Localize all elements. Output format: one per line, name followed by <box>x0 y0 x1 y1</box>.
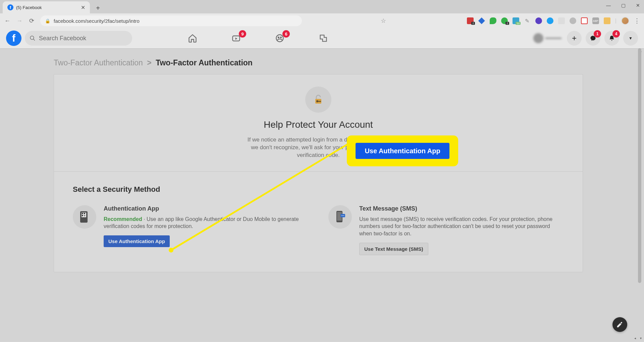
ext-mcafee-icon[interactable] <box>581 17 588 24</box>
use-text-message-button[interactable]: Use Text Message (SMS) <box>359 243 428 255</box>
svg-point-18 <box>341 215 342 216</box>
lock-circle <box>305 87 331 113</box>
use-authentication-app-button[interactable]: Use Authentication App <box>104 235 170 247</box>
method-sms: Text Message (SMS) Use text message (SMS… <box>328 205 564 255</box>
twofactor-panel: Help Protect Your Account If we notice a… <box>54 74 583 272</box>
back-icon[interactable]: ← <box>4 17 11 24</box>
browser-chrome: f (5) Facebook ✕ + — ▢ ✕ ← → ⟳ 🔒 faceboo… <box>0 0 644 28</box>
method-app-desc: Recommended · Use an app like Google Aut… <box>104 216 308 230</box>
browser-tab[interactable]: f (5) Facebook ✕ <box>3 1 90 13</box>
minimize-icon[interactable]: — <box>605 3 612 8</box>
ext-circle-icon[interactable] <box>547 17 553 24</box>
scrollbar-down-icon[interactable]: ▾ <box>640 336 642 340</box>
facebook-logo-icon[interactable]: f <box>6 31 21 46</box>
viewport: f Search Facebook 9 6 ——— <box>0 28 644 342</box>
svg-point-20 <box>343 215 344 216</box>
lock-key-icon <box>312 93 325 106</box>
nav-home[interactable] <box>172 30 213 47</box>
panel-hero: Help Protect Your Account If we notice a… <box>54 74 583 172</box>
home-icon <box>188 34 197 43</box>
nav-watch[interactable]: 9 <box>216 30 256 47</box>
breadcrumb-parent[interactable]: Two-Factor Authentication <box>54 58 143 67</box>
maximize-icon[interactable]: ▢ <box>620 3 627 8</box>
watch-badge: 9 <box>239 30 246 38</box>
ext-grammarly-icon[interactable]: 2 <box>501 17 508 24</box>
ext-evernote-icon[interactable] <box>490 17 496 24</box>
notifications-button[interactable]: 4 <box>604 31 619 46</box>
ext-todoist-icon[interactable]: 1d <box>513 17 519 24</box>
ext-dot-icon[interactable] <box>570 17 576 24</box>
callout-highlight: Use Authentication App <box>349 137 456 164</box>
breadcrumb-current: Two-Factor Authentication <box>156 58 253 67</box>
reload-icon[interactable]: ⟳ <box>28 17 35 24</box>
ext-clipboard-icon[interactable] <box>604 17 610 24</box>
scrollbar-vertical[interactable] <box>638 48 641 283</box>
hero-title: Help Protect Your Account <box>67 119 569 130</box>
svg-rect-12 <box>84 213 85 214</box>
ext-pen-icon[interactable]: ✎ <box>524 17 531 24</box>
close-icon[interactable]: ✕ <box>81 4 85 11</box>
lock-icon: 🔒 <box>45 18 50 23</box>
ext-box-icon[interactable] <box>558 17 565 24</box>
url-text: facebook.com/security/2fac/setup/intro <box>54 18 140 24</box>
browser-menu-icon[interactable]: ⋮ <box>634 17 640 24</box>
plus-icon: + <box>572 34 577 43</box>
method-app-title: Authentication App <box>104 205 308 212</box>
extension-icons: 2 2 1d ✎ ABP | ⋮ <box>467 17 640 25</box>
forward-icon: → <box>16 17 23 24</box>
bookmark-star-icon[interactable]: ☆ <box>381 17 386 24</box>
tab-bar: f (5) Facebook ✕ + — ▢ ✕ <box>0 0 644 13</box>
svg-point-5 <box>280 37 282 38</box>
gaming-icon <box>319 34 328 43</box>
close-window-icon[interactable]: ✕ <box>635 3 641 8</box>
address-bar[interactable]: 🔒 facebook.com/security/2fac/setup/intro <box>40 15 302 26</box>
nav-gaming[interactable] <box>303 30 343 47</box>
svg-rect-11 <box>82 213 83 214</box>
avatar-icon <box>533 33 543 43</box>
svg-rect-8 <box>318 101 321 102</box>
breadcrumb-separator: > <box>147 58 151 67</box>
ext-yandex-icon[interactable] <box>478 17 485 24</box>
pencil-icon <box>616 321 624 328</box>
breadcrumb: Two-Factor Authentication > Two-Factor A… <box>0 48 637 74</box>
ext-loom-icon[interactable] <box>535 17 542 24</box>
account-menu-button[interactable]: ▼ <box>623 31 638 46</box>
svg-rect-13 <box>82 215 83 216</box>
svg-point-4 <box>278 37 279 38</box>
messenger-badge: 1 <box>594 30 601 38</box>
url-bar: ← → ⟳ 🔒 facebook.com/security/2fac/setup… <box>0 13 644 28</box>
qr-phone-icon <box>73 205 96 229</box>
svg-line-1 <box>33 39 35 41</box>
ext-abp-icon[interactable]: ABP <box>592 17 599 24</box>
page-content: Two-Factor Authentication > Two-Factor A… <box>0 48 637 342</box>
chevron-down-icon: ▼ <box>629 36 633 41</box>
svg-rect-14 <box>84 215 85 216</box>
facebook-nav: 9 6 <box>172 30 343 47</box>
window-controls: — ▢ ✕ <box>605 3 641 8</box>
search-input[interactable]: Search Facebook <box>25 31 132 46</box>
recommended-label: Recommended <box>104 216 142 222</box>
new-tab-button[interactable]: + <box>93 3 103 13</box>
svg-point-0 <box>30 36 34 40</box>
panel-methods: Select a Security Method Authentication … <box>54 172 583 272</box>
method-sms-desc: Use text message (SMS) to receive verifi… <box>359 216 564 237</box>
profile-chip[interactable]: ——— <box>532 32 563 45</box>
groups-badge: 6 <box>282 30 290 38</box>
notifications-badge: 4 <box>612 30 620 38</box>
ext-lastpass-icon[interactable]: 2 <box>467 17 474 24</box>
browser-profile-avatar[interactable] <box>621 17 629 25</box>
svg-point-3 <box>276 35 283 42</box>
new-message-fab[interactable] <box>612 317 627 332</box>
search-icon <box>30 35 36 41</box>
facebook-header-right: ——— + 1 4 ▼ <box>532 31 638 46</box>
sms-phone-icon <box>328 205 352 229</box>
profile-name: ——— <box>545 35 561 41</box>
method-authentication-app: Authentication App Recommended · Use an … <box>73 205 308 255</box>
messenger-button[interactable]: 1 <box>586 31 600 46</box>
facebook-favicon-icon: f <box>7 4 13 10</box>
callout-button: Use Authentication App <box>356 143 449 159</box>
create-button[interactable]: + <box>567 31 582 46</box>
section-title: Select a Security Method <box>73 185 564 194</box>
nav-groups[interactable]: 6 <box>260 30 300 47</box>
svg-point-19 <box>342 215 343 216</box>
